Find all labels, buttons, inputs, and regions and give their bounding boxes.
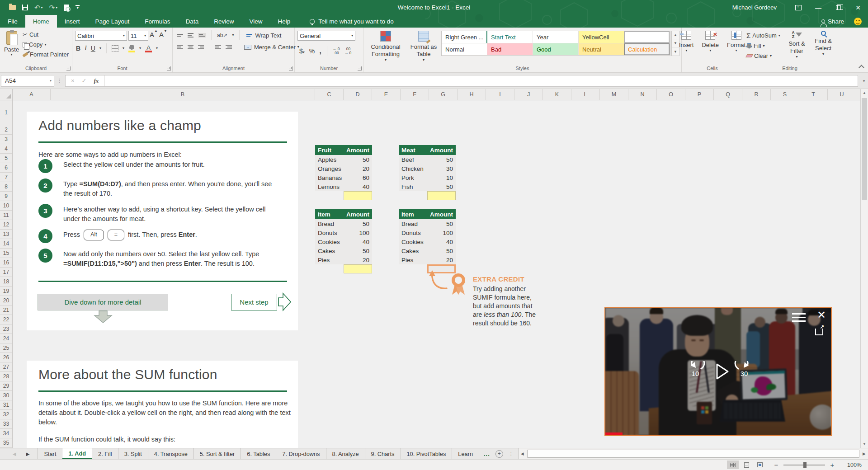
cell[interactable]: 30	[427, 164, 456, 173]
grow-font-button[interactable]: A▲	[150, 31, 158, 41]
cell[interactable]: Lemons	[315, 182, 344, 191]
cell[interactable]: 100	[344, 228, 372, 237]
scroll-up-arrow[interactable]: ▲	[861, 89, 868, 97]
copy-button[interactable]: Copy▾	[21, 40, 70, 49]
shrink-font-button[interactable]: A▼	[159, 31, 167, 41]
cell[interactable]: 40	[427, 237, 456, 246]
cell[interactable]: 20	[427, 255, 456, 264]
row-header-15[interactable]: 15	[0, 249, 12, 258]
row-header-25[interactable]: 25	[0, 343, 12, 353]
save-button[interactable]	[22, 5, 28, 10]
row-header-16[interactable]: 16	[0, 258, 12, 268]
ribbon-tab-help[interactable]: Help	[270, 15, 298, 28]
page-layout-view-button[interactable]	[741, 461, 752, 469]
yellow-total-cell[interactable]	[427, 191, 456, 200]
align-middle-button[interactable]	[188, 33, 193, 38]
prev-sheet-button[interactable]: ◀	[13, 451, 16, 456]
ribbon-tab-page-layout[interactable]: Page Layout	[88, 15, 137, 28]
feedback-smiley-button[interactable]	[854, 18, 862, 25]
sheet-tabs-overflow[interactable]: ...	[484, 451, 490, 457]
zoom-slider-handle[interactable]	[803, 462, 807, 468]
font-name-select[interactable]: Calibri▾	[75, 31, 127, 41]
row-header-24[interactable]: 24	[0, 334, 12, 343]
scroll-right-arrow[interactable]: ▶	[860, 451, 868, 456]
row-header-10[interactable]: 10	[0, 201, 12, 211]
cell[interactable]: 20	[344, 255, 372, 264]
alignment-dialog-launcher[interactable]	[289, 66, 293, 70]
chevron-down-icon[interactable]: ▾	[123, 47, 124, 50]
style-calculation[interactable]: Calculation	[624, 43, 670, 56]
cell[interactable]: Bananas	[315, 173, 344, 182]
print-preview-button[interactable]	[64, 5, 69, 11]
find-select-button[interactable]: Find & Select▾	[812, 29, 835, 65]
row-header-12[interactable]: 12	[0, 220, 12, 230]
expand-formula-bar-button[interactable]: ▾	[860, 79, 868, 83]
cell[interactable]: Chicken	[399, 164, 427, 173]
ribbon-tab-review[interactable]: Review	[206, 15, 241, 28]
row-header-8[interactable]: 8	[0, 182, 12, 192]
row-header-20[interactable]: 20	[0, 296, 12, 306]
font-dialog-launcher[interactable]	[167, 66, 171, 70]
row-header-2[interactable]: 2	[0, 125, 12, 135]
insert-cells-button[interactable]: Insert▾	[676, 29, 697, 65]
conditional-formatting-button[interactable]: Conditional Formatting▾	[365, 29, 406, 63]
column-header-m[interactable]: M	[600, 89, 628, 100]
underline-button[interactable]: U	[91, 45, 95, 52]
row-header-35[interactable]: 35	[0, 438, 12, 448]
cell[interactable]: Cookies	[315, 237, 344, 246]
video-popout-button[interactable]	[815, 329, 823, 335]
column-header-g[interactable]: G	[429, 89, 458, 100]
cell[interactable]: 40	[344, 182, 372, 191]
cell[interactable]: Oranges	[315, 164, 344, 173]
align-left-button[interactable]	[177, 45, 183, 49]
clear-button[interactable]: Clear▾	[745, 52, 782, 60]
row-header-28[interactable]: 28	[0, 372, 12, 381]
cell[interactable]: Donuts	[315, 228, 344, 237]
row-header-19[interactable]: 19	[0, 287, 12, 296]
redo-button[interactable]: ↷▾	[49, 4, 58, 11]
undo-button[interactable]: ↶▾	[34, 4, 43, 11]
row-header-22[interactable]: 22	[0, 315, 12, 324]
row-header-29[interactable]: 29	[0, 381, 12, 391]
next-step-button[interactable]: Next step	[231, 294, 277, 310]
ribbon-tab-home[interactable]: Home	[25, 15, 57, 28]
cell[interactable]: Apples	[315, 155, 344, 164]
column-header-k[interactable]: K	[543, 89, 571, 100]
align-right-button[interactable]	[198, 45, 204, 49]
vertical-scrollbar[interactable]: ▲ ▼	[860, 89, 868, 448]
video-play-button[interactable]	[713, 361, 731, 382]
column-header-n[interactable]: N	[628, 89, 657, 100]
sheet-tab-start[interactable]: Start	[38, 448, 62, 459]
row-header-27[interactable]: 27	[0, 362, 12, 372]
align-bottom-button[interactable]	[198, 33, 206, 38]
scroll-left-arrow[interactable]: ◀	[519, 451, 526, 456]
column-header-a[interactable]: A	[13, 89, 51, 100]
column-header-p[interactable]: P	[685, 89, 714, 100]
row-header-31[interactable]: 31	[0, 400, 12, 410]
cancel-button[interactable]: ×	[71, 77, 75, 84]
cell[interactable]: Bread	[315, 219, 344, 228]
sort-filter-button[interactable]: AZ Sort & Filter▾	[785, 29, 808, 65]
column-header-r[interactable]: R	[742, 89, 771, 100]
column-header-i[interactable]: I	[486, 89, 514, 100]
ribbon-tab-insert[interactable]: Insert	[57, 15, 88, 28]
cell[interactable]: 10	[427, 173, 456, 182]
row-header-9[interactable]: 9	[0, 192, 12, 201]
sheet-tab-4-transpose[interactable]: 4. Transpose	[148, 448, 194, 459]
ribbon-tab-file[interactable]: File	[0, 15, 25, 28]
ribbon-display-options-button[interactable]	[788, 0, 808, 15]
insert-function-button[interactable]: fx	[94, 77, 99, 85]
cell[interactable]: Donuts	[399, 228, 427, 237]
cell[interactable]: Cakes	[399, 246, 427, 255]
zoom-slider[interactable]	[783, 465, 825, 465]
row-header-5[interactable]: 5	[0, 154, 12, 163]
row-header-33[interactable]: 33	[0, 419, 12, 429]
row-header-18[interactable]: 18	[0, 277, 12, 287]
open-button[interactable]	[9, 5, 16, 10]
style-x[interactable]	[624, 31, 670, 43]
minimize-button[interactable]: —	[808, 0, 828, 15]
video-player[interactable]: ✕ 10 30	[604, 307, 832, 436]
number-format-select[interactable]: General▾	[297, 31, 355, 41]
comma-format-button[interactable]: ,	[319, 47, 321, 56]
row-header-32[interactable]: 32	[0, 410, 12, 419]
